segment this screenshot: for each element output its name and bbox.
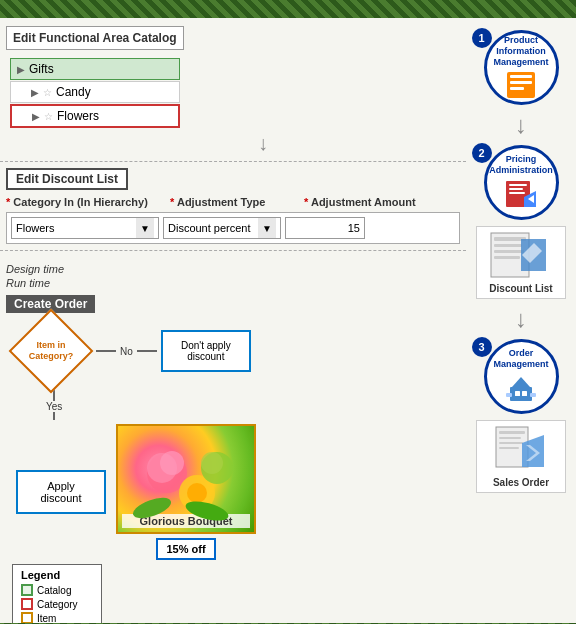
flowchart: Item inCategory? No Don't applydiscount … [16,321,460,560]
sales-order-label: Sales Order [493,477,549,488]
form-headers: * Category In (In Hierarchy) * Adjustmen… [6,196,460,208]
legend-catalog: Catalog [21,584,93,596]
header-adjustment-type: * Adjustment Type [170,196,300,208]
svg-point-2 [160,451,184,475]
category-select[interactable]: Flowers ▼ [11,217,159,239]
required-star: * [170,196,177,208]
run-time-label: Run time [6,277,460,289]
tree-item-candy[interactable]: ▶ ☆ Candy [10,81,180,103]
step2-label: PricingAdministration [489,154,553,176]
svg-rect-33 [499,431,525,434]
flower-image: Glorious Bouquet [116,424,256,534]
svg-rect-23 [494,256,520,259]
svg-rect-26 [510,387,532,401]
step1-label: ProductInformationManagement [493,35,548,67]
step2-icon-circle[interactable]: PricingAdministration [484,145,559,220]
flower-column: Glorious Bouquet 15% off [116,424,256,560]
design-time-label: Design time [6,263,460,275]
tree-item-flowers[interactable]: ▶ ☆ Flowers [10,104,180,128]
section1-title: Edit Functional Area Catalog [6,26,184,50]
category-swatch [21,598,33,610]
svg-rect-16 [509,192,525,194]
discount-list-title: Edit Discount List [6,168,128,190]
step1-number: 1 [472,28,492,48]
create-order-section: Create Order Item inCategory? No Don't a… [0,293,466,624]
form-controls-row: Flowers ▼ Discount percent ▼ 15 [6,212,460,244]
legend-category: Category [21,598,93,610]
step3-icon-circle[interactable]: OrderManagement [484,339,559,414]
svg-point-4 [187,483,207,503]
down-arrow2: ↓ [515,305,527,333]
dont-apply-box: Don't applydiscount [161,330,251,372]
legend-category-label: Category [37,599,78,610]
step1-card: 1 ProductInformationManagement [474,30,569,105]
svg-rect-29 [522,391,527,396]
catalog-swatch [21,584,33,596]
separator [0,250,466,251]
svg-rect-12 [510,87,524,90]
dropdown-arrow-icon[interactable]: ▼ [258,218,276,238]
top-decorative-bar [0,0,576,18]
step2-card: 2 PricingAdministration [474,145,569,220]
svg-rect-31 [530,393,536,397]
step3-card: 3 OrderManagement [474,339,569,414]
svg-rect-35 [499,442,523,444]
step1-icon-circle[interactable]: ProductInformationManagement [484,30,559,105]
tree-item-candy-label: Candy [56,85,91,99]
legend-item-label: Item [37,613,56,624]
product-icon [501,70,541,100]
section-arrow-down: ↓ [0,132,466,155]
no-label: No [120,346,133,357]
svg-rect-15 [509,188,523,190]
apply-discount-box: Applydiscount [16,470,106,514]
svg-point-7 [130,494,173,523]
svg-point-6 [201,452,223,474]
apply-row: Applydiscount [16,424,256,560]
legend-box: Legend Catalog Category Item [12,564,102,624]
svg-rect-14 [509,184,527,186]
sales-order-icon [486,425,556,473]
tree-item-flowers-label: Flowers [57,109,99,123]
step3-label: OrderManagement [493,348,548,370]
catalog-tree: ▶ Gifts ▶ ☆ Candy ▶ ☆ Flowers [0,58,466,128]
sales-order-card[interactable]: Sales Order [476,420,566,493]
flower-svg [122,443,252,528]
discount-list-card[interactable]: Discount List [476,226,566,299]
required-star: * [304,196,311,208]
yes-label: Yes [46,401,62,412]
star-icon: ☆ [44,111,53,122]
category-value: Flowers [16,222,55,234]
svg-rect-10 [510,75,532,78]
adjustment-type-select[interactable]: Discount percent ▼ [163,217,281,239]
discount-list-label: Discount List [489,283,552,294]
discount-list-icon [486,231,556,279]
arrow-icon: ▶ [32,111,40,122]
header-amount: * Adjustment Amount [304,196,424,208]
svg-rect-22 [494,250,524,253]
arrow-icon: ▶ [17,64,25,75]
svg-rect-34 [499,437,521,439]
pricing-icon [501,178,541,211]
svg-rect-21 [494,244,522,247]
tree-item-gifts[interactable]: ▶ Gifts [10,58,180,80]
svg-rect-11 [510,81,532,84]
discount-badge: 15% off [156,538,215,560]
right-panel: 1 ProductInformationManagement ↓ 2 Pric [466,18,576,624]
svg-marker-27 [512,377,530,387]
step2-number: 2 [472,143,492,163]
runtime-section: Design time Run time [0,257,466,293]
dropdown-arrow-icon[interactable]: ▼ [136,218,154,238]
svg-rect-28 [515,391,520,396]
arrow-icon: ▶ [31,87,39,98]
legend-catalog-label: Catalog [37,585,71,596]
tree-item-gifts-label: Gifts [29,62,54,76]
separator [0,161,466,162]
amount-input[interactable]: 15 [285,217,365,239]
no-branch: No Don't applydiscount [96,330,251,372]
svg-rect-36 [499,447,519,449]
svg-rect-30 [506,393,512,397]
step3-number: 3 [472,337,492,357]
header-category: * Category In (In Hierarchy) [6,196,166,208]
down-arrow1: ↓ [515,111,527,139]
star-icon: ☆ [43,87,52,98]
